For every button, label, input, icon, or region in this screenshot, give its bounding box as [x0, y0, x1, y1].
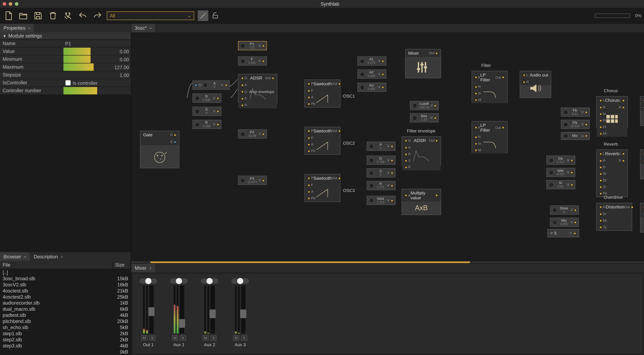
- undo-button[interactable]: [77, 10, 88, 21]
- node-auxout-2[interactable]: LAux out R: [640, 150, 644, 179]
- node-mixer[interactable]: MixerOut: [405, 49, 441, 78]
- knob-a1[interactable]: A10.275V: [358, 56, 386, 65]
- description-tab[interactable]: Description×: [30, 252, 67, 261]
- file-row[interactable]: sh_echo.slb5kB: [0, 324, 131, 331]
- knob-si[interactable]: Si0.09V: [546, 180, 576, 189]
- lock-icon[interactable]: [212, 10, 219, 21]
- file-list[interactable]: [..]3osc_broad.slb15kB3oscV2.slb16kB4osc…: [0, 269, 131, 355]
- knob-p1[interactable]: P17.01V: [238, 41, 267, 50]
- solo-button[interactable]: S: [241, 335, 247, 341]
- delete-button[interactable]: [47, 10, 59, 21]
- file-row[interactable]: step2.slb2kB: [0, 337, 131, 343]
- knob-f1[interactable]: F1.001V: [238, 56, 267, 65]
- file-row[interactable]: audiorecorder.slb1kB: [0, 300, 131, 306]
- knob-fb[interactable]: Fb0.11V: [561, 108, 590, 117]
- node-multiply[interactable]: AMultiply value AxB: [402, 189, 441, 215]
- knob-a3[interactable]: A30.352V: [358, 83, 386, 92]
- browser-tab[interactable]: Browser×: [0, 252, 30, 261]
- redo-button[interactable]: [92, 10, 103, 21]
- close-icon[interactable]: ×: [24, 254, 26, 259]
- node-sawtooth1[interactable]: PSawtoothOut F A Pb: [304, 79, 340, 107]
- file-row[interactable]: step3.slb4kB: [0, 343, 131, 349]
- node-chorus[interactable]: LChorusL RR M Fb Dl Mi: [596, 96, 628, 128]
- file-row[interactable]: [..]: [0, 269, 131, 275]
- file-row[interactable]: step1.slb2kB: [0, 331, 131, 337]
- volume-fader[interactable]: [210, 285, 215, 334]
- knob-dly[interactable]: Dly18.018V: [561, 120, 590, 129]
- value-eq5[interactable]: = 5V: [547, 229, 579, 237]
- file-row[interactable]: 4osctest2.slb25kB: [0, 294, 131, 300]
- close-icon[interactable]: ×: [149, 25, 152, 30]
- file-row[interactable]: 3oscV2.slb16kB: [0, 282, 131, 288]
- knob-s2e[interactable]: S0V: [367, 168, 396, 177]
- mute-button[interactable]: M: [141, 335, 148, 341]
- node-reverb[interactable]: LReverbL RR D W Dr Si Fb: [596, 150, 628, 197]
- file-row[interactable]: pitchbend.slb20kB: [0, 318, 131, 324]
- properties-section-header[interactable]: ▼Module settings: [0, 32, 131, 40]
- close-icon[interactable]: ×: [28, 25, 30, 30]
- knob-r[interactable]: R0.308V: [192, 120, 222, 129]
- knob-s[interactable]: S0V: [192, 107, 222, 116]
- knob-a2[interactable]: A20.308V: [358, 69, 386, 78]
- pan-knob[interactable]: [140, 279, 157, 284]
- node-lpfilter1[interactable]: FLP FilterOut R In M: [472, 71, 508, 103]
- file-row[interactable]: dual_macro.slb6kB: [0, 306, 131, 312]
- canvas-hscroll[interactable]: [131, 261, 644, 263]
- properties-tab[interactable]: Properties ×: [0, 23, 34, 32]
- knob-cutoff[interactable]: Cutoff1390.55V: [410, 101, 439, 110]
- node-sawtooth2[interactable]: PSawtoothOut F A Pb: [304, 127, 340, 155]
- file-row[interactable]: 0kB: [0, 349, 131, 355]
- node-auxout-1[interactable]: LAux out R: [640, 96, 644, 126]
- node-audioout[interactable]: LAudio out R: [520, 71, 551, 98]
- node-gate[interactable]: GateG E: [140, 131, 179, 168]
- pan-knob[interactable]: [232, 279, 249, 284]
- pan-knob[interactable]: [170, 279, 188, 284]
- open-file-button[interactable]: [18, 10, 29, 21]
- volume-fader[interactable]: [180, 285, 184, 334]
- knob-p2[interactable]: P2-12.98V: [238, 129, 267, 139]
- knob-r2e[interactable]: R1.771V: [367, 181, 396, 190]
- knob-drive[interactable]: Drive5V: [550, 205, 579, 215]
- mute-button[interactable]: M: [172, 335, 178, 341]
- node-sawtooth3[interactable]: PSawtoothOut F A Pb: [304, 174, 340, 202]
- prop-value-value[interactable]: 0.00: [63, 48, 131, 55]
- prop-min-value[interactable]: 0.00: [63, 55, 131, 63]
- mute-button[interactable]: M: [233, 335, 239, 341]
- new-file-button[interactable]: [3, 10, 14, 21]
- prop-step-value[interactable]: 1.00: [63, 71, 131, 79]
- settings-button[interactable]: [62, 10, 74, 21]
- file-column-header[interactable]: File: [0, 261, 112, 269]
- node-adsr-filter[interactable]: GADSROut A D S R: [402, 136, 441, 165]
- knob-mix-d[interactable]: Mix0.825V: [550, 218, 579, 227]
- solo-button[interactable]: S: [210, 335, 216, 341]
- prop-max-value[interactable]: 127.00: [63, 63, 131, 71]
- iscontroller-checkbox[interactable]: [65, 80, 71, 86]
- waveform-button[interactable]: [198, 10, 208, 21]
- save-file-button[interactable]: [32, 10, 44, 21]
- prop-name-value[interactable]: P1: [63, 40, 131, 47]
- file-row[interactable]: 4osctest.slb21kB: [0, 288, 131, 294]
- knob-a[interactable]: GA0V: [192, 80, 230, 89]
- pan-knob[interactable]: [201, 279, 218, 284]
- size-column-header[interactable]: Size: [112, 261, 131, 269]
- knob-p3[interactable]: P3-12.977V: [238, 176, 267, 185]
- node-canvas[interactable]: GateG E GA0V D0.638V S0V R0.308V GADSROu…: [131, 32, 644, 261]
- file-row[interactable]: 3osc_broad.slb15kB: [0, 275, 131, 282]
- file-row[interactable]: padtest.slb4kB: [0, 312, 131, 318]
- solo-button[interactable]: S: [149, 335, 155, 341]
- knob-a2e[interactable]: A0V: [367, 142, 396, 151]
- close-icon[interactable]: ×: [149, 266, 152, 270]
- solo-button[interactable]: S: [180, 335, 186, 341]
- prop-ctrlnum-value[interactable]: [63, 87, 131, 94]
- mixer-tab[interactable]: Mixer×: [131, 264, 156, 272]
- window-min-dot[interactable]: [9, 2, 12, 6]
- preset-combo[interactable]: All ⌄: [107, 11, 194, 20]
- canvas-tab[interactable]: 3osc*×: [131, 23, 156, 32]
- knob-d2e[interactable]: D0.726V: [367, 156, 396, 165]
- window-close-dot[interactable]: [3, 2, 6, 6]
- knob-res[interactable]: Res1.43V: [410, 113, 439, 122]
- node-lpfilter2[interactable]: FLP FilterOut R In M: [472, 121, 508, 153]
- mute-button[interactable]: M: [202, 335, 209, 341]
- knob-da[interactable]: Da1.717V: [546, 156, 576, 165]
- prop-isctrl-value[interactable]: Is controller: [63, 79, 131, 86]
